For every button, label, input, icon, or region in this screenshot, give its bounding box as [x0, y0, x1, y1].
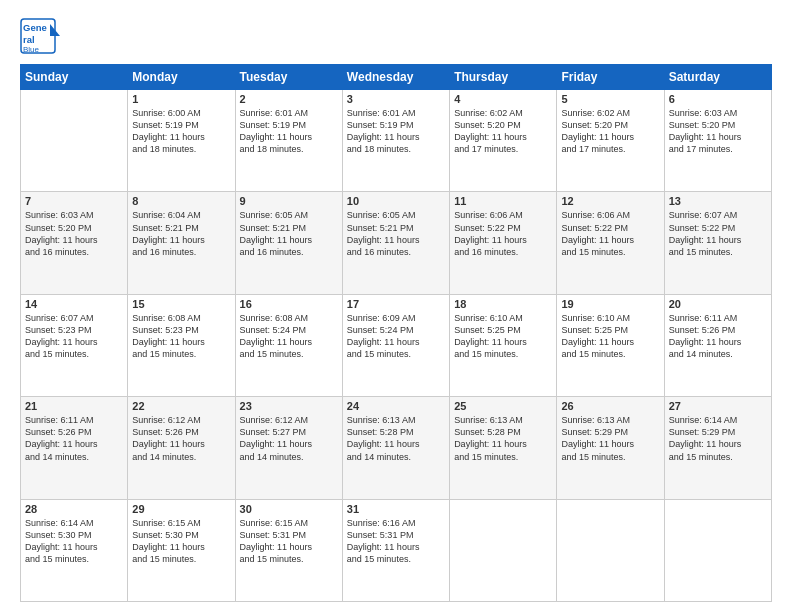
day-number: 27 [669, 400, 767, 412]
day-number: 9 [240, 195, 338, 207]
day-number: 22 [132, 400, 230, 412]
calendar-cell: 26Sunrise: 6:13 AM Sunset: 5:29 PM Dayli… [557, 397, 664, 499]
calendar-cell: 10Sunrise: 6:05 AM Sunset: 5:21 PM Dayli… [342, 192, 449, 294]
calendar-cell: 11Sunrise: 6:06 AM Sunset: 5:22 PM Dayli… [450, 192, 557, 294]
calendar-cell: 9Sunrise: 6:05 AM Sunset: 5:21 PM Daylig… [235, 192, 342, 294]
day-info: Sunrise: 6:14 AM Sunset: 5:29 PM Dayligh… [669, 414, 767, 463]
calendar-body: 1Sunrise: 6:00 AM Sunset: 5:19 PM Daylig… [21, 90, 772, 602]
week-row-1: 1Sunrise: 6:00 AM Sunset: 5:19 PM Daylig… [21, 90, 772, 192]
calendar-cell: 15Sunrise: 6:08 AM Sunset: 5:23 PM Dayli… [128, 294, 235, 396]
svg-text:Gene: Gene [23, 22, 47, 33]
col-header-monday: Monday [128, 65, 235, 90]
day-number: 15 [132, 298, 230, 310]
day-info: Sunrise: 6:10 AM Sunset: 5:25 PM Dayligh… [454, 312, 552, 361]
day-number: 10 [347, 195, 445, 207]
day-info: Sunrise: 6:07 AM Sunset: 5:23 PM Dayligh… [25, 312, 123, 361]
day-info: Sunrise: 6:09 AM Sunset: 5:24 PM Dayligh… [347, 312, 445, 361]
calendar-cell: 18Sunrise: 6:10 AM Sunset: 5:25 PM Dayli… [450, 294, 557, 396]
calendar-table: SundayMondayTuesdayWednesdayThursdayFrid… [20, 64, 772, 602]
calendar-cell: 24Sunrise: 6:13 AM Sunset: 5:28 PM Dayli… [342, 397, 449, 499]
calendar-cell: 27Sunrise: 6:14 AM Sunset: 5:29 PM Dayli… [664, 397, 771, 499]
day-number: 13 [669, 195, 767, 207]
day-info: Sunrise: 6:03 AM Sunset: 5:20 PM Dayligh… [669, 107, 767, 156]
calendar-cell: 23Sunrise: 6:12 AM Sunset: 5:27 PM Dayli… [235, 397, 342, 499]
calendar-cell: 6Sunrise: 6:03 AM Sunset: 5:20 PM Daylig… [664, 90, 771, 192]
calendar-cell: 29Sunrise: 6:15 AM Sunset: 5:30 PM Dayli… [128, 499, 235, 601]
day-info: Sunrise: 6:11 AM Sunset: 5:26 PM Dayligh… [25, 414, 123, 463]
col-header-tuesday: Tuesday [235, 65, 342, 90]
calendar-cell: 28Sunrise: 6:14 AM Sunset: 5:30 PM Dayli… [21, 499, 128, 601]
col-header-friday: Friday [557, 65, 664, 90]
week-row-4: 21Sunrise: 6:11 AM Sunset: 5:26 PM Dayli… [21, 397, 772, 499]
day-info: Sunrise: 6:15 AM Sunset: 5:31 PM Dayligh… [240, 517, 338, 566]
calendar-cell: 20Sunrise: 6:11 AM Sunset: 5:26 PM Dayli… [664, 294, 771, 396]
day-info: Sunrise: 6:05 AM Sunset: 5:21 PM Dayligh… [347, 209, 445, 258]
week-row-2: 7Sunrise: 6:03 AM Sunset: 5:20 PM Daylig… [21, 192, 772, 294]
day-number: 6 [669, 93, 767, 105]
calendar-cell: 19Sunrise: 6:10 AM Sunset: 5:25 PM Dayli… [557, 294, 664, 396]
col-header-sunday: Sunday [21, 65, 128, 90]
calendar-cell: 8Sunrise: 6:04 AM Sunset: 5:21 PM Daylig… [128, 192, 235, 294]
day-info: Sunrise: 6:03 AM Sunset: 5:20 PM Dayligh… [25, 209, 123, 258]
day-info: Sunrise: 6:04 AM Sunset: 5:21 PM Dayligh… [132, 209, 230, 258]
calendar-cell: 22Sunrise: 6:12 AM Sunset: 5:26 PM Dayli… [128, 397, 235, 499]
calendar-cell: 16Sunrise: 6:08 AM Sunset: 5:24 PM Dayli… [235, 294, 342, 396]
day-number: 31 [347, 503, 445, 515]
calendar-cell: 25Sunrise: 6:13 AM Sunset: 5:28 PM Dayli… [450, 397, 557, 499]
logo: Gene ral Blue [20, 18, 62, 54]
day-info: Sunrise: 6:08 AM Sunset: 5:23 PM Dayligh… [132, 312, 230, 361]
day-info: Sunrise: 6:16 AM Sunset: 5:31 PM Dayligh… [347, 517, 445, 566]
header-row: SundayMondayTuesdayWednesdayThursdayFrid… [21, 65, 772, 90]
day-info: Sunrise: 6:00 AM Sunset: 5:19 PM Dayligh… [132, 107, 230, 156]
day-info: Sunrise: 6:01 AM Sunset: 5:19 PM Dayligh… [240, 107, 338, 156]
calendar-cell: 1Sunrise: 6:00 AM Sunset: 5:19 PM Daylig… [128, 90, 235, 192]
day-info: Sunrise: 6:11 AM Sunset: 5:26 PM Dayligh… [669, 312, 767, 361]
calendar-cell: 31Sunrise: 6:16 AM Sunset: 5:31 PM Dayli… [342, 499, 449, 601]
col-header-thursday: Thursday [450, 65, 557, 90]
day-number: 23 [240, 400, 338, 412]
calendar-cell: 4Sunrise: 6:02 AM Sunset: 5:20 PM Daylig… [450, 90, 557, 192]
day-info: Sunrise: 6:06 AM Sunset: 5:22 PM Dayligh… [454, 209, 552, 258]
day-number: 4 [454, 93, 552, 105]
day-info: Sunrise: 6:08 AM Sunset: 5:24 PM Dayligh… [240, 312, 338, 361]
day-info: Sunrise: 6:07 AM Sunset: 5:22 PM Dayligh… [669, 209, 767, 258]
col-header-wednesday: Wednesday [342, 65, 449, 90]
calendar-cell: 21Sunrise: 6:11 AM Sunset: 5:26 PM Dayli… [21, 397, 128, 499]
day-number: 8 [132, 195, 230, 207]
calendar-cell: 5Sunrise: 6:02 AM Sunset: 5:20 PM Daylig… [557, 90, 664, 192]
day-number: 21 [25, 400, 123, 412]
logo-svg: Gene ral Blue [20, 18, 62, 54]
calendar-cell: 2Sunrise: 6:01 AM Sunset: 5:19 PM Daylig… [235, 90, 342, 192]
day-number: 20 [669, 298, 767, 310]
calendar-cell [664, 499, 771, 601]
day-info: Sunrise: 6:13 AM Sunset: 5:28 PM Dayligh… [454, 414, 552, 463]
day-number: 19 [561, 298, 659, 310]
day-info: Sunrise: 6:13 AM Sunset: 5:29 PM Dayligh… [561, 414, 659, 463]
day-number: 17 [347, 298, 445, 310]
day-number: 18 [454, 298, 552, 310]
calendar-cell: 12Sunrise: 6:06 AM Sunset: 5:22 PM Dayli… [557, 192, 664, 294]
day-info: Sunrise: 6:02 AM Sunset: 5:20 PM Dayligh… [561, 107, 659, 156]
calendar-cell [450, 499, 557, 601]
day-info: Sunrise: 6:13 AM Sunset: 5:28 PM Dayligh… [347, 414, 445, 463]
day-number: 12 [561, 195, 659, 207]
calendar-header: SundayMondayTuesdayWednesdayThursdayFrid… [21, 65, 772, 90]
day-number: 24 [347, 400, 445, 412]
day-info: Sunrise: 6:01 AM Sunset: 5:19 PM Dayligh… [347, 107, 445, 156]
col-header-saturday: Saturday [664, 65, 771, 90]
day-number: 14 [25, 298, 123, 310]
day-number: 11 [454, 195, 552, 207]
day-number: 30 [240, 503, 338, 515]
week-row-3: 14Sunrise: 6:07 AM Sunset: 5:23 PM Dayli… [21, 294, 772, 396]
svg-text:Blue: Blue [23, 45, 40, 54]
day-info: Sunrise: 6:02 AM Sunset: 5:20 PM Dayligh… [454, 107, 552, 156]
day-number: 5 [561, 93, 659, 105]
week-row-5: 28Sunrise: 6:14 AM Sunset: 5:30 PM Dayli… [21, 499, 772, 601]
day-info: Sunrise: 6:15 AM Sunset: 5:30 PM Dayligh… [132, 517, 230, 566]
day-number: 29 [132, 503, 230, 515]
calendar-cell: 30Sunrise: 6:15 AM Sunset: 5:31 PM Dayli… [235, 499, 342, 601]
day-info: Sunrise: 6:12 AM Sunset: 5:27 PM Dayligh… [240, 414, 338, 463]
calendar-cell [21, 90, 128, 192]
day-number: 26 [561, 400, 659, 412]
day-number: 28 [25, 503, 123, 515]
